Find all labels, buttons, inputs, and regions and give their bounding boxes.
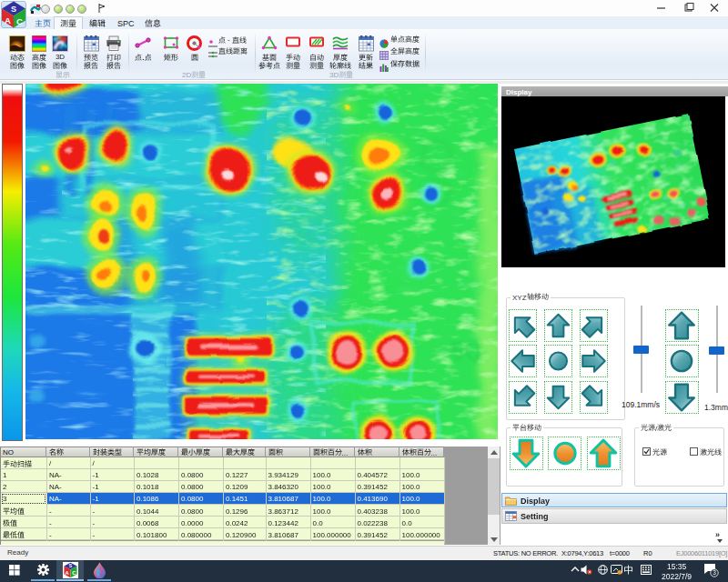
svg-text:C: C: [16, 16, 23, 26]
svg-text:3: 3: [713, 569, 716, 576]
svg-text:C: C: [72, 570, 76, 576]
svg-text:S: S: [11, 5, 16, 14]
svg-text:A: A: [5, 15, 11, 25]
svg-text:S: S: [69, 563, 73, 568]
